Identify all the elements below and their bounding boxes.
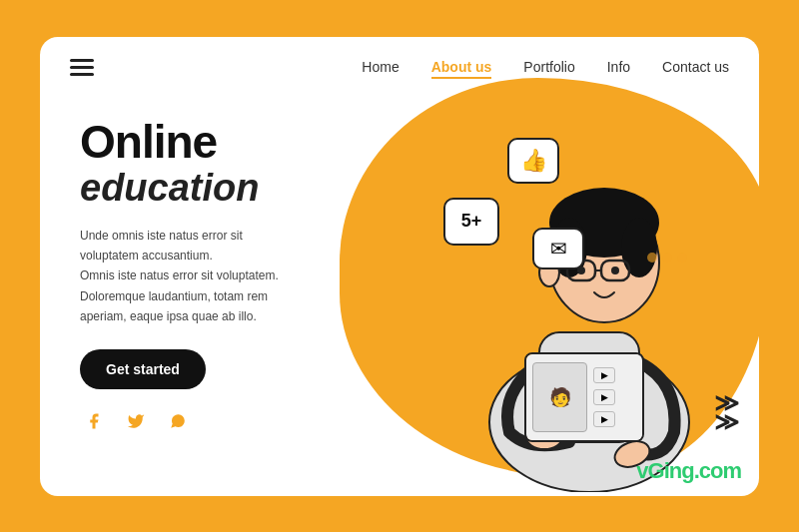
hamburger-menu[interactable] [70, 55, 94, 80]
nav-link-portfolio[interactable]: Portfolio [523, 59, 574, 75]
nav-link-contact[interactable]: Contact us [662, 59, 729, 75]
tablet-frame: 🧑 ▶ ▶ ▶ [524, 352, 644, 442]
nav-item-info[interactable]: Info [607, 58, 630, 76]
nav-link-home[interactable]: Home [362, 59, 399, 75]
hero-subtitle: education [80, 168, 380, 210]
nav-item-about[interactable]: About us [431, 58, 492, 76]
nav-item-home[interactable]: Home [362, 58, 399, 76]
twitter-icon[interactable] [122, 407, 150, 435]
whatsapp-icon[interactable] [164, 407, 192, 435]
tablet-screen: 🧑 ▶ ▶ ▶ [526, 354, 642, 440]
tablet-icon-1: ▶ [593, 367, 615, 383]
tablet-illustration: 🧑 ▶ ▶ ▶ [524, 352, 644, 442]
mail-icon: ✉ [550, 237, 567, 261]
main-card: Home About us Portfolio Info Contact us … [40, 37, 759, 496]
svg-point-10 [611, 266, 619, 274]
thumbs-up-icon: 👍 [520, 148, 547, 174]
nav-item-contact[interactable]: Contact us [662, 58, 729, 76]
nav-link-about[interactable]: About us [431, 59, 492, 79]
five-plus-label: 5+ [461, 211, 482, 232]
dot-1 [647, 253, 657, 263]
svg-point-5 [621, 218, 657, 277]
get-started-button[interactable]: Get started [80, 349, 206, 389]
tablet-side-icons: ▶ ▶ ▶ [593, 367, 615, 427]
social-icons [80, 407, 380, 435]
thumbs-up-bubble: 👍 [507, 138, 559, 184]
zigzag-decoration: ≫≫ [714, 393, 739, 431]
watermark: vGing.com [636, 458, 741, 484]
watermark-text: vGing [636, 458, 693, 483]
nav-item-portfolio[interactable]: Portfolio [523, 58, 574, 76]
hero-description: Unde omnis iste natus error sit voluptat… [80, 226, 310, 327]
tablet-icon-3: ▶ [593, 411, 615, 427]
five-plus-badge: 5+ [443, 198, 499, 246]
decorative-dots [647, 253, 687, 263]
hero-section: Online education Unde omnis iste natus e… [40, 98, 759, 492]
navbar: Home About us Portfolio Info Contact us [40, 37, 759, 98]
mail-bubble: ✉ [532, 228, 584, 269]
nav-links: Home About us Portfolio Info Contact us [362, 58, 729, 76]
hero-title: Online [80, 118, 380, 166]
tablet-video-thumbnail: 🧑 [532, 362, 587, 432]
hero-right: 👍 5+ ✉ ≫≫ 🧑 [320, 98, 759, 492]
dot-3 [677, 253, 687, 263]
dot-2 [662, 253, 672, 263]
tablet-icon-2: ▶ [593, 389, 615, 405]
hero-left: Online education Unde omnis iste natus e… [80, 108, 380, 472]
facebook-icon[interactable] [80, 407, 108, 435]
nav-link-info[interactable]: Info [607, 59, 630, 75]
